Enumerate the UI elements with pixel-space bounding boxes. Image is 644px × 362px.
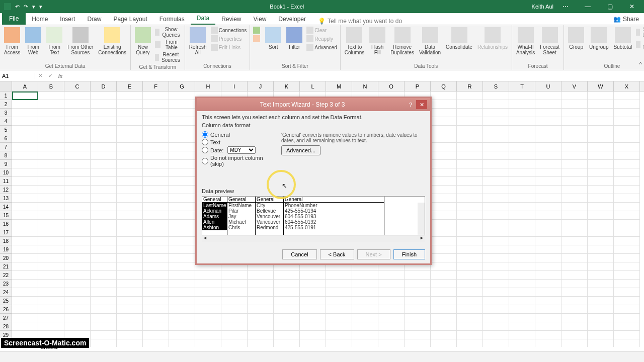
- cell[interactable]: [12, 186, 38, 194]
- cell[interactable]: [483, 186, 509, 194]
- cell[interactable]: [588, 297, 614, 305]
- ribbon-options-icon[interactable]: ⋯: [555, 0, 576, 13]
- cell[interactable]: [143, 297, 169, 305]
- cell[interactable]: [143, 331, 169, 339]
- cell[interactable]: [588, 186, 614, 194]
- radio-text[interactable]: Text: [202, 139, 277, 145]
- cell[interactable]: [561, 109, 588, 117]
- cell[interactable]: [91, 211, 117, 220]
- cell[interactable]: [431, 117, 457, 126]
- cell[interactable]: [509, 262, 535, 271]
- tab-view[interactable]: View: [248, 14, 273, 25]
- cell[interactable]: [509, 186, 535, 194]
- cell[interactable]: [561, 143, 588, 151]
- cell[interactable]: [117, 262, 143, 271]
- cell[interactable]: [535, 117, 561, 126]
- cell[interactable]: [509, 194, 535, 203]
- cell[interactable]: [352, 305, 378, 314]
- row-header[interactable]: 28: [0, 322, 12, 331]
- cell[interactable]: [64, 314, 91, 322]
- cell[interactable]: [588, 245, 614, 254]
- cell[interactable]: [378, 271, 405, 280]
- share-button[interactable]: 👥 Share: [608, 14, 644, 25]
- advanced-button[interactable]: Advanced...: [281, 145, 320, 155]
- cell[interactable]: [457, 126, 483, 134]
- cell[interactable]: [588, 262, 614, 271]
- cell[interactable]: [64, 228, 91, 237]
- cell[interactable]: [614, 271, 640, 280]
- cell[interactable]: [614, 168, 640, 177]
- cell[interactable]: [431, 126, 457, 134]
- cell[interactable]: [483, 92, 509, 100]
- cell[interactable]: [483, 151, 509, 160]
- cell[interactable]: [143, 228, 169, 237]
- consolidate-button[interactable]: Consolidate: [444, 26, 474, 51]
- cell[interactable]: [221, 339, 248, 347]
- row-header[interactable]: 18: [0, 237, 12, 245]
- cell[interactable]: [12, 100, 38, 109]
- cell[interactable]: [12, 203, 38, 211]
- cell[interactable]: [12, 322, 38, 331]
- cell[interactable]: [12, 160, 38, 168]
- cell[interactable]: [535, 262, 561, 271]
- cell[interactable]: [405, 271, 431, 280]
- cell[interactable]: [91, 305, 117, 314]
- cell[interactable]: [143, 288, 169, 297]
- cancel-button[interactable]: Cancel: [282, 249, 316, 259]
- cell[interactable]: [248, 288, 274, 297]
- cell[interactable]: [535, 177, 561, 186]
- cell[interactable]: [588, 237, 614, 245]
- cell[interactable]: [431, 109, 457, 117]
- cell[interactable]: [483, 331, 509, 339]
- cell[interactable]: [12, 262, 38, 271]
- cell[interactable]: [378, 280, 405, 288]
- cell[interactable]: [614, 237, 640, 245]
- cell[interactable]: [509, 331, 535, 339]
- cell[interactable]: [509, 92, 535, 100]
- cell[interactable]: [64, 288, 91, 297]
- cell[interactable]: [248, 339, 274, 347]
- cell[interactable]: [221, 331, 248, 339]
- cell[interactable]: [169, 297, 195, 305]
- cell[interactable]: [535, 322, 561, 331]
- cell[interactable]: [143, 271, 169, 280]
- cell[interactable]: [535, 186, 561, 194]
- cell[interactable]: [143, 109, 169, 117]
- cell[interactable]: [588, 117, 614, 126]
- column-header[interactable]: T: [509, 81, 535, 91]
- row-header[interactable]: 26: [0, 305, 12, 314]
- row-header[interactable]: 6: [0, 134, 12, 143]
- fx-icon[interactable]: fx: [55, 73, 65, 79]
- cell[interactable]: [248, 271, 274, 280]
- what-if-button[interactable]: What-If Analysis: [514, 26, 537, 56]
- cell[interactable]: [143, 134, 169, 143]
- row-header[interactable]: 2: [0, 100, 12, 109]
- column-header[interactable]: I: [221, 81, 248, 91]
- cell[interactable]: [535, 100, 561, 109]
- row-header[interactable]: 4: [0, 117, 12, 126]
- cell[interactable]: [117, 211, 143, 220]
- row-header[interactable]: 25: [0, 297, 12, 305]
- cell[interactable]: [561, 262, 588, 271]
- cell[interactable]: [169, 194, 195, 203]
- cell[interactable]: [535, 211, 561, 220]
- cell[interactable]: [483, 220, 509, 228]
- tab-review[interactable]: Review: [215, 14, 247, 25]
- cell[interactable]: [12, 151, 38, 160]
- cell[interactable]: [588, 160, 614, 168]
- cell[interactable]: [12, 177, 38, 186]
- cell[interactable]: [221, 271, 248, 280]
- cell[interactable]: [431, 237, 457, 245]
- cell[interactable]: [38, 186, 64, 194]
- cell[interactable]: [431, 280, 457, 288]
- cell[interactable]: [38, 297, 64, 305]
- cell[interactable]: [483, 339, 509, 347]
- cell[interactable]: [91, 331, 117, 339]
- column-header[interactable]: H: [195, 81, 221, 91]
- cell[interactable]: [378, 305, 405, 314]
- cell[interactable]: [509, 134, 535, 143]
- cell[interactable]: [614, 100, 640, 109]
- cell[interactable]: [143, 117, 169, 126]
- filter-button[interactable]: Filter: [284, 26, 304, 51]
- cell[interactable]: [614, 339, 640, 347]
